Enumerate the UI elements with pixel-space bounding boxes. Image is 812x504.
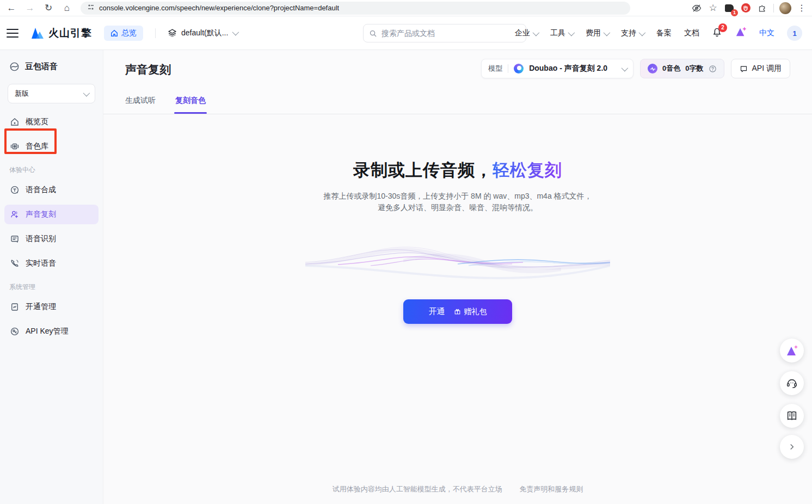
footer-terms-link[interactable]: 免责声明和服务规则 — [519, 485, 583, 493]
sidebar-item-asr[interactable]: 语音识别 — [4, 229, 99, 249]
notifications-bell-icon[interactable]: 2 — [712, 27, 722, 40]
gift-icon — [454, 308, 461, 315]
ai-assistant-icon[interactable] — [735, 27, 747, 40]
sidebar-item-activation[interactable]: 开通管理 — [4, 297, 99, 317]
hero-title: 录制或上传音频，轻松复刻 — [103, 159, 812, 182]
global-search[interactable] — [363, 24, 526, 42]
extension-shortcut-icon[interactable]: 1 — [722, 1, 736, 15]
sidebar-item-overview[interactable]: 概览页 — [4, 112, 99, 132]
hamburger-menu-icon[interactable] — [7, 29, 19, 38]
phone-icon — [9, 258, 20, 269]
sidebar-item-label: 语音识别 — [26, 234, 56, 244]
customer-service-button[interactable] — [780, 371, 804, 395]
nav-menu-enterprise[interactable]: 企业 — [515, 28, 538, 38]
sidebar: 豆包语音 新版 概览页 音色库 体验中心 语音合成 — [0, 50, 103, 504]
version-value: 新版 — [15, 89, 29, 99]
collapse-chevron-button[interactable] — [780, 435, 804, 459]
bookmark-star-icon[interactable]: ☆ — [706, 1, 720, 15]
chevron-down-icon — [232, 29, 239, 36]
tts-icon — [9, 185, 20, 195]
home-icon — [9, 116, 20, 127]
tab-clone-voice[interactable]: 复刻音色 — [175, 96, 206, 114]
model-value: Doubao - 声音复刻 2.0 — [529, 64, 607, 73]
footer: 试用体验内容均由人工智能模型生成，不代表平台立场 免责声明和服务规则 — [103, 484, 812, 494]
nav-menu-billing[interactable]: 费用 — [586, 28, 608, 38]
refresh-icon[interactable]: ↻ — [41, 1, 56, 15]
nav-menu-support[interactable]: 支持 — [621, 28, 644, 38]
divider — [508, 64, 508, 73]
key-icon — [9, 326, 20, 337]
ai-assistant-float-button[interactable] — [780, 339, 804, 362]
privacy-eye-off-icon[interactable] — [690, 1, 704, 15]
sidebar-item-tts[interactable]: 语音合成 — [4, 180, 99, 200]
activate-button[interactable]: 开通 赠礼包 — [403, 299, 512, 324]
nav-menu-tools[interactable]: 工具 — [550, 28, 573, 38]
help-icon[interactable] — [709, 65, 717, 73]
top-nav: 火山引擎 总览 default(默认... 企业 工具 费用 支持 备案 文档 … — [0, 16, 812, 50]
hero-desc-line1: 推荐上传或录制10-30s音频，上传支持小于 8M 的 wav、mp3、m4a … — [103, 190, 812, 202]
tab-generate-audition[interactable]: 生成试听 — [125, 96, 156, 114]
chevron-down-icon — [622, 64, 629, 71]
home-icon[interactable]: ⌂ — [60, 1, 74, 15]
sidebar-item-label: API Key管理 — [26, 327, 69, 336]
chevron-down-icon — [568, 29, 575, 36]
quota-voices: 0音色 — [662, 64, 680, 73]
search-input[interactable] — [382, 29, 520, 38]
divider — [155, 28, 156, 38]
sidebar-item-label: 实时语音 — [26, 259, 56, 268]
voice-library-icon — [9, 141, 20, 152]
nav-menu-docs[interactable]: 文档 — [684, 28, 699, 38]
project-switcher[interactable]: default(默认... — [168, 28, 237, 38]
bell-badge: 2 — [718, 23, 727, 32]
page-title: 声音复刻 — [125, 62, 171, 77]
forward-icon[interactable]: → — [23, 1, 37, 15]
overview-nav-pill[interactable]: 总览 — [104, 26, 143, 41]
adblock-icon[interactable] — [739, 1, 753, 15]
sidebar-item-label: 概览页 — [26, 117, 48, 127]
quota-pill[interactable]: 0音色 0字数 — [640, 59, 724, 78]
sidebar-item-label: 音色库 — [26, 142, 48, 151]
site-settings-icon[interactable] — [87, 3, 95, 13]
main-panel: 声音复刻 模型 Doubao - 声音复刻 2.0 0音色 0字数 — [103, 50, 812, 504]
chevron-down-icon — [83, 89, 90, 96]
model-selector[interactable]: 模型 Doubao - 声音复刻 2.0 — [481, 59, 633, 78]
sidebar-item-api-key[interactable]: API Key管理 — [4, 322, 99, 341]
waveform-illustration — [305, 234, 610, 284]
extensions-puzzle-icon[interactable] — [755, 1, 769, 15]
overview-label: 总览 — [121, 28, 137, 38]
chevron-down-icon — [604, 29, 611, 36]
sidebar-item-voice-library[interactable]: 音色库 — [4, 137, 99, 156]
brand-name: 火山引擎 — [48, 26, 92, 40]
hero-title-gradient: 轻松复刻 — [493, 161, 562, 180]
floating-toolbar — [777, 0, 804, 504]
sidebar-product-label: 豆包语音 — [25, 62, 58, 72]
sidebar-item-label: 开通管理 — [26, 302, 56, 312]
content-area: 录制或上传音频，轻松复刻 推荐上传或录制10-30s音频，上传支持小于 8M 的… — [103, 114, 812, 504]
sidebar-item-label: 语音合成 — [26, 185, 56, 195]
sidebar-item-voice-clone[interactable]: 声音复刻 — [4, 205, 99, 224]
browser-chrome: ← → ↻ ⌂ console.volcengine.com/speech/ne… — [0, 0, 812, 16]
sidebar-item-realtime-voice[interactable]: 实时语音 — [4, 254, 99, 273]
quota-pulse-icon — [648, 64, 657, 73]
volcengine-logo[interactable]: 火山引擎 — [30, 26, 92, 40]
docs-book-button[interactable] — [780, 404, 804, 428]
sidebar-section-experience: 体验中心 — [0, 161, 103, 180]
hero-title-plain: 录制或上传音频， — [353, 161, 493, 180]
chevron-down-icon — [639, 29, 646, 36]
nav-menu-filing[interactable]: 备案 — [656, 28, 672, 38]
doubao-logo-icon — [514, 64, 524, 73]
project-name: default(默认... — [181, 28, 228, 38]
address-bar[interactable]: console.volcengine.com/speech/new/experi… — [81, 2, 630, 15]
gift-label: 赠礼包 — [464, 307, 487, 317]
extension-badge: 1 — [731, 9, 738, 16]
tabs: 生成试听 复刻音色 — [103, 96, 812, 114]
version-select[interactable]: 新版 — [8, 84, 95, 103]
language-switch[interactable]: 中文 — [759, 28, 774, 38]
chevron-down-icon — [533, 29, 540, 36]
voice-clone-icon — [9, 209, 20, 220]
activate-label: 开通 — [429, 306, 445, 317]
doubao-voice-icon — [9, 61, 20, 72]
main-header: 声音复刻 模型 Doubao - 声音复刻 2.0 0音色 0字数 — [103, 50, 812, 114]
model-label: 模型 — [488, 64, 502, 73]
back-icon[interactable]: ← — [4, 1, 19, 15]
